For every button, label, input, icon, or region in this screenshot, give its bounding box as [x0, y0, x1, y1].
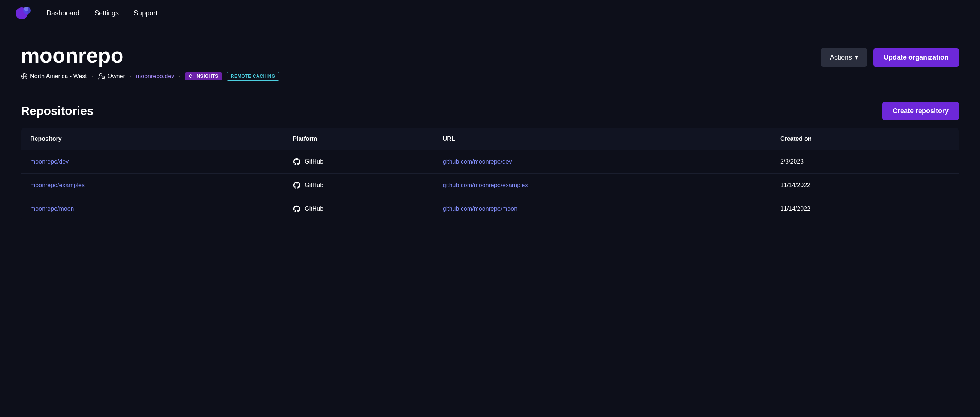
repositories-title: Repositories — [21, 104, 94, 118]
logo[interactable] — [15, 5, 32, 22]
table-body: moonrepo/dev GitHub github.com/moonrepo/… — [21, 150, 959, 221]
table-header: Repository Platform URL Created on — [21, 128, 959, 150]
platform-label-2: GitHub — [305, 206, 323, 212]
actions-button[interactable]: Actions ▾ — [821, 48, 867, 67]
repo-link-1[interactable]: moonrepo/examples — [30, 182, 85, 188]
org-website[interactable]: moonrepo.dev — [136, 73, 174, 80]
col-header-repo: Repository — [21, 128, 284, 150]
org-region-item: North America - West — [21, 73, 87, 80]
org-meta: North America - West · Owner · moonrepo.… — [21, 72, 280, 81]
platform-cell-2: GitHub — [293, 205, 425, 213]
repo-created-2: 11/14/2022 — [772, 197, 959, 221]
repo-created-1: 11/14/2022 — [772, 174, 959, 197]
table-row: moonrepo/moon GitHub github.com/moonrepo… — [21, 197, 959, 221]
nav-dashboard[interactable]: Dashboard — [46, 10, 80, 17]
table-row: moonrepo/examples GitHub github.com/moon… — [21, 174, 959, 197]
repositories-table: Repository Platform URL Created on moonr… — [21, 128, 959, 221]
repo-created-0: 2/3/2023 — [772, 150, 959, 174]
nav-support[interactable]: Support — [134, 10, 158, 17]
svg-point-2 — [24, 7, 29, 11]
actions-label: Actions — [830, 54, 852, 61]
nav-settings[interactable]: Settings — [94, 10, 119, 17]
sep3: · — [179, 73, 181, 81]
create-repository-button[interactable]: Create repository — [882, 102, 959, 120]
badge-remote-caching: REMOTE CACHING — [227, 72, 280, 81]
org-region: North America - West — [30, 73, 87, 80]
col-header-url: URL — [434, 128, 772, 150]
badge-ci-insights: CI INSIGHTS — [185, 72, 222, 81]
svg-point-6 — [99, 74, 102, 76]
platform-label-0: GitHub — [305, 159, 323, 165]
org-role: Owner — [108, 73, 125, 80]
repo-link-0[interactable]: moonrepo/dev — [30, 159, 68, 165]
repo-url-1[interactable]: github.com/moonrepo/examples — [443, 182, 528, 188]
table-header-row: Repository Platform URL Created on — [21, 128, 959, 150]
table-row: moonrepo/dev GitHub github.com/moonrepo/… — [21, 150, 959, 174]
platform-cell-0: GitHub — [293, 158, 425, 166]
repo-url-2[interactable]: github.com/moonrepo/moon — [443, 206, 517, 212]
org-actions: Actions ▾ Update organization — [821, 48, 959, 67]
org-title: moonrepo — [21, 45, 280, 66]
github-icon — [293, 181, 301, 189]
col-header-platform: Platform — [283, 128, 433, 150]
globe-icon — [21, 73, 28, 80]
repo-link-2[interactable]: moonrepo/moon — [30, 206, 74, 212]
org-role-item: Owner — [98, 73, 125, 80]
sep1: · — [91, 73, 93, 81]
org-info: moonrepo North America - West · — [21, 45, 280, 81]
github-icon — [293, 158, 301, 166]
navbar: Dashboard Settings Support — [0, 0, 980, 27]
main-content: moonrepo North America - West · — [0, 27, 980, 239]
platform-label-1: GitHub — [305, 182, 323, 189]
org-header: moonrepo North America - West · — [21, 45, 959, 81]
github-icon — [293, 205, 301, 213]
owner-icon — [98, 73, 105, 80]
repo-url-0[interactable]: github.com/moonrepo/dev — [443, 159, 512, 165]
sep2: · — [130, 73, 132, 81]
repositories-header: Repositories Create repository — [21, 102, 959, 120]
col-header-created: Created on — [772, 128, 959, 150]
update-org-button[interactable]: Update organization — [873, 48, 959, 67]
platform-cell-1: GitHub — [293, 181, 425, 189]
chevron-down-icon: ▾ — [855, 53, 858, 61]
nav-links: Dashboard Settings Support — [46, 10, 158, 17]
